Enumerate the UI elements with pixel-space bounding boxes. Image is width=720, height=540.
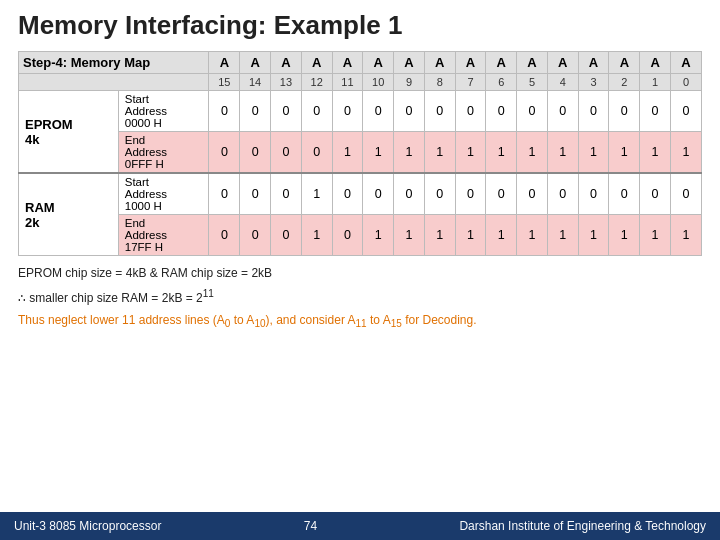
footer-line1: EPROM chip size = 4kB & RAM chip size = … xyxy=(18,264,702,282)
addr-bit-15: A xyxy=(209,52,240,74)
addr-bit-6: A xyxy=(486,52,517,74)
eprom-start-row: EPROM4k StartAddress0000 H 0 0 0 0 0 0 0… xyxy=(19,91,702,132)
eprom-end-row: EndAddress0FFF H 0 0 0 0 1 1 1 1 1 1 1 1… xyxy=(19,132,702,174)
addr-bit-13: A xyxy=(271,52,302,74)
page-title: Memory Interfacing: Example 1 xyxy=(18,10,702,41)
ram-start-row: RAM2k StartAddress1000 H 0 0 0 1 0 0 0 0… xyxy=(19,173,702,215)
addr-bit-12: A xyxy=(301,52,332,74)
bottom-bar: Unit-3 8085 Microprocessor 74 Darshan In… xyxy=(0,512,720,540)
ram-label: RAM2k xyxy=(19,173,119,256)
addr-bit-3: A xyxy=(578,52,609,74)
addr-bit-8: A xyxy=(424,52,455,74)
addr-bit-7: A xyxy=(455,52,486,74)
addr-bit-11: A xyxy=(332,52,363,74)
memory-table: Step-4: Memory Map A A A A A A A A A A A… xyxy=(18,51,702,256)
page: Memory Interfacing: Example 1 Step-4: Me… xyxy=(0,0,720,540)
eprom-start-label: StartAddress0000 H xyxy=(118,91,209,132)
bottom-left: Unit-3 8085 Microprocessor xyxy=(14,519,161,533)
ram-end-label: EndAddress17FF H xyxy=(118,215,209,256)
ram-start-label: StartAddress1000 H xyxy=(118,173,209,215)
addr-bit-4: A xyxy=(547,52,578,74)
addr-bit-5: A xyxy=(517,52,548,74)
addr-bit-1: A xyxy=(640,52,671,74)
eprom-end-label: EndAddress0FFF H xyxy=(118,132,209,174)
ram-end-row: EndAddress17FF H 0 0 0 1 0 1 1 1 1 1 1 1… xyxy=(19,215,702,256)
footer-line2: ∴ smaller chip size RAM = 2kB = 211 xyxy=(18,286,702,307)
table-subheader-row: 15 14 13 12 11 10 9 8 7 6 5 4 3 2 1 0 xyxy=(19,74,702,91)
addr-bit-10: A xyxy=(363,52,394,74)
bottom-center: 74 xyxy=(304,519,317,533)
addr-bit-14: A xyxy=(240,52,271,74)
addr-bit-2: A xyxy=(609,52,640,74)
addr-bit-9: A xyxy=(394,52,425,74)
addr-bit-0: A xyxy=(670,52,701,74)
bottom-right: Darshan Institute of Engineering & Techn… xyxy=(459,519,706,533)
step-header: Step-4: Memory Map xyxy=(19,52,209,74)
footer-line3: Thus neglect lower 11 address lines (A0 … xyxy=(18,311,702,331)
eprom-label: EPROM4k xyxy=(19,91,119,174)
table-header-row: Step-4: Memory Map A A A A A A A A A A A… xyxy=(19,52,702,74)
